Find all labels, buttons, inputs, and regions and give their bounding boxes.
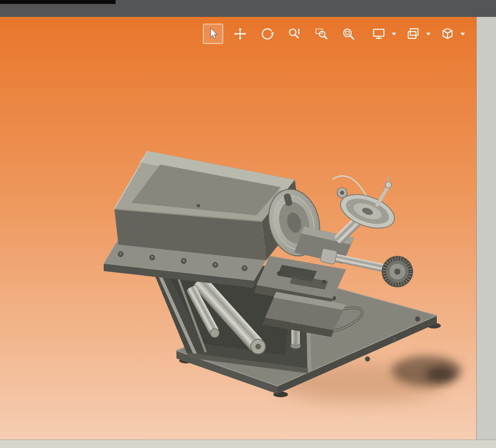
view-orientation-button[interactable] <box>437 24 458 44</box>
cursor-arrow-icon <box>206 26 220 41</box>
zoom-magnifier-icon <box>287 26 302 41</box>
pan-arrows-icon <box>233 26 247 41</box>
view-orientation-group <box>437 24 465 44</box>
sheet-icon <box>406 26 420 41</box>
display-style-group <box>369 24 396 44</box>
view-orientation-dropdown-caret[interactable] <box>460 33 465 36</box>
titlebar-dark-segment <box>0 0 116 4</box>
zoom-tool-button[interactable] <box>284 24 304 44</box>
cube-icon <box>440 26 455 41</box>
section-view-group <box>403 24 431 44</box>
handwheel[interactable] <box>333 176 399 234</box>
right-side-strip <box>476 17 496 440</box>
cad-viewport[interactable]: Gray 3D CAD assembly of a small bench-to… <box>0 17 476 440</box>
pan-tool-button[interactable] <box>230 24 250 44</box>
display-style-dropdown-caret[interactable] <box>392 33 396 36</box>
zoom-fit-icon <box>341 26 356 41</box>
section-view-button[interactable] <box>403 24 423 44</box>
orbit-rotate-icon <box>260 26 274 41</box>
section-view-dropdown-caret[interactable] <box>426 33 431 36</box>
model-3d-render[interactable]: Gray 3D CAD assembly of a small bench-to… <box>0 17 476 440</box>
view-toolbar <box>203 24 465 44</box>
bottom-strip <box>0 440 496 448</box>
zoom-window-icon <box>314 26 329 41</box>
application-window: Gray 3D CAD assembly of a small bench-to… <box>0 0 496 448</box>
select-tool-button[interactable] <box>203 24 223 44</box>
display-style-button[interactable] <box>369 24 389 44</box>
orbit-tool-button[interactable] <box>257 24 277 44</box>
monitor-icon <box>371 26 386 41</box>
zoom-fit-tool-button[interactable] <box>338 24 358 44</box>
window-titlebar[interactable] <box>0 0 496 17</box>
zoom-window-tool-button[interactable] <box>311 24 331 44</box>
